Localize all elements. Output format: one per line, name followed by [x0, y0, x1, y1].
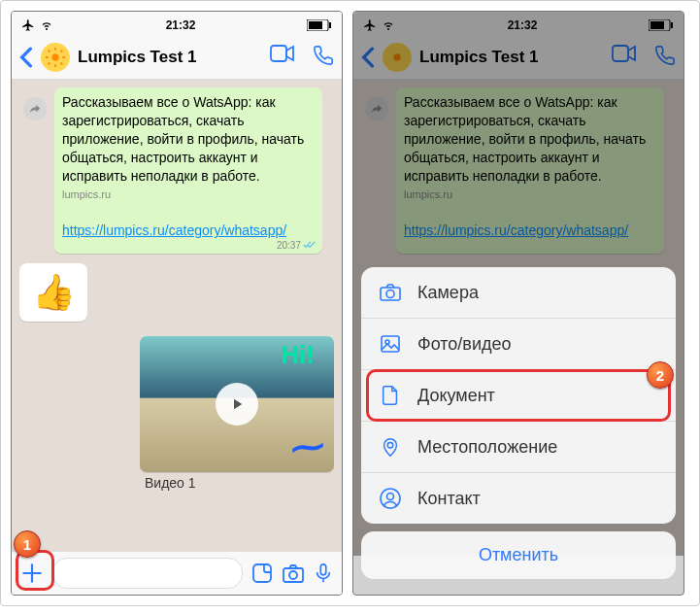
location-icon: [379, 435, 402, 459]
svg-rect-16: [283, 568, 303, 582]
svg-line-8: [49, 51, 50, 52]
svg-rect-27: [382, 336, 399, 352]
sheet-cancel[interactable]: Отменить: [361, 531, 676, 579]
status-time: 21:32: [166, 18, 196, 32]
svg-point-29: [387, 442, 393, 448]
svg-point-26: [386, 290, 394, 298]
svg-point-17: [289, 571, 297, 579]
screenshot-right: 21:32 Lumpics Test 1 Рассказываем все о …: [352, 11, 684, 596]
play-icon[interactable]: [216, 383, 258, 426]
chat-title[interactable]: Lumpics Test 1: [78, 48, 262, 67]
sheet-label: Местоположение: [417, 437, 557, 458]
screenshot-left: 21:32 Lumpics Test 1 Рассказы: [11, 11, 343, 596]
sheet-item-camera[interactable]: Камера: [361, 267, 676, 319]
sticker-message[interactable]: 👍: [19, 263, 87, 322]
sheet-label: Камера: [417, 283, 479, 303]
video-message[interactable]: Hi! ⁓: [140, 336, 334, 472]
message-domain: lumpics.ru: [62, 188, 111, 200]
airplane-icon: [21, 18, 35, 32]
chat-header: Lumpics Test 1: [12, 36, 342, 80]
status-bar: 21:32: [12, 12, 342, 36]
thumbs-up-emoji: 👍: [32, 272, 76, 313]
read-checkmark-icon: [303, 240, 317, 250]
input-bar: [12, 551, 342, 595]
video-caption: Видео 1: [140, 475, 334, 491]
annotation-badge-2: 2: [647, 361, 674, 389]
svg-point-3: [51, 53, 58, 60]
mic-button[interactable]: [313, 562, 334, 585]
annotation-badge-1: 1: [14, 530, 41, 558]
chat-area: Рассказываем все о WatsApp: как зарегист…: [12, 80, 342, 556]
svg-rect-12: [271, 46, 286, 61]
camera-icon: [379, 281, 402, 304]
avatar[interactable]: [41, 43, 70, 72]
svg-line-10: [49, 63, 50, 65]
svg-line-9: [61, 63, 63, 65]
message-input[interactable]: [52, 558, 243, 589]
forward-icon[interactable]: [23, 97, 47, 120]
sheet-label: Документ: [417, 386, 495, 406]
sheet-item-location[interactable]: Местоположение: [361, 422, 676, 473]
svg-rect-2: [329, 22, 331, 28]
sticker-button[interactable]: [250, 562, 274, 585]
svg-rect-18: [320, 564, 326, 575]
message-text: Рассказываем все о WatsApp: как зарегист…: [62, 94, 304, 184]
photo-icon: [379, 332, 402, 356]
message-time: 20:37: [277, 239, 317, 253]
sheet-label: Фото/видео: [417, 334, 512, 355]
message-link[interactable]: https://lumpics.ru/category/whatsapp/: [62, 222, 286, 238]
svg-point-31: [387, 494, 394, 500]
svg-rect-15: [253, 564, 271, 582]
svg-rect-1: [309, 21, 322, 29]
voice-call-button[interactable]: [313, 45, 334, 70]
document-icon: [379, 384, 402, 407]
sheet-label: Контакт: [417, 489, 481, 509]
sheet-item-photo-video[interactable]: Фото/видео: [361, 319, 676, 370]
svg-line-11: [61, 51, 63, 52]
message-bubble[interactable]: Рассказываем все о WatsApp: как зарегист…: [54, 87, 322, 254]
attach-button[interactable]: [19, 561, 45, 586]
sheet-item-contact[interactable]: Контакт: [361, 473, 676, 524]
video-call-button[interactable]: [270, 45, 295, 70]
attachment-action-sheet: Камера Фото/видео Документ Местоположени…: [361, 267, 676, 587]
video-overlay-text: Hi!: [281, 340, 315, 370]
back-button[interactable]: [19, 47, 33, 68]
sheet-item-document[interactable]: Документ: [361, 370, 676, 422]
wifi-icon: [39, 19, 54, 31]
camera-button[interactable]: [282, 562, 305, 585]
contact-icon: [379, 487, 402, 510]
battery-icon: [307, 19, 332, 31]
scribble-overlay: ⁓: [289, 426, 325, 468]
